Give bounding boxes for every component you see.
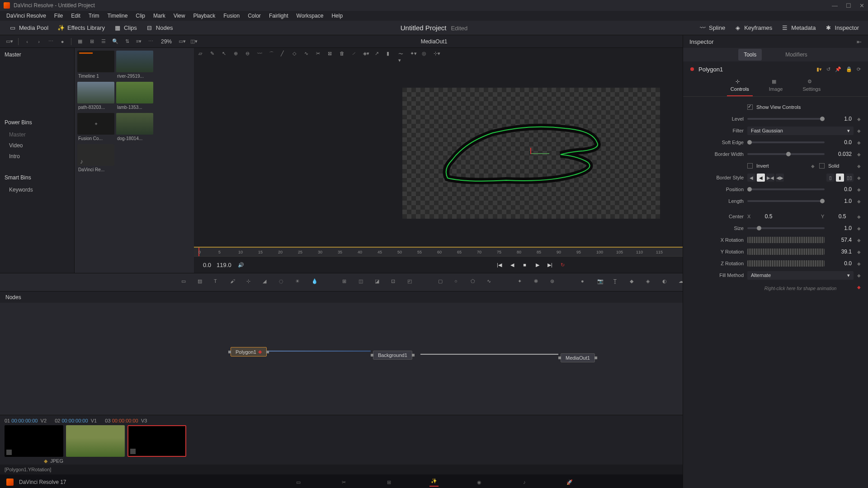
colorcorrect-tool-icon[interactable]: ◢ [263, 278, 271, 286]
start-frame[interactable]: 0.0 [203, 262, 211, 268]
z-rotation-wheel[interactable] [747, 260, 825, 267]
media-item[interactable]: DaVinci Re... [77, 144, 114, 174]
wave-icon[interactable]: 〜▾ [398, 51, 405, 57]
inspector-tab-modifiers[interactable]: Modifiers [780, 49, 813, 61]
tracker-tool-icon[interactable]: ⊹ [246, 278, 255, 286]
menu-item[interactable]: Fairlight [265, 12, 292, 20]
trash-icon[interactable]: 🗑 [340, 51, 346, 57]
border-cap-button[interactable]: ▯▯ [845, 174, 854, 182]
light-tool-icon[interactable]: ◐ [662, 278, 670, 286]
color-page-icon[interactable]: ◉ [475, 478, 484, 487]
nodes-button[interactable]: ⊟Nodes [142, 23, 178, 33]
node-input-port[interactable] [228, 351, 231, 353]
master-bin[interactable]: Master [0, 48, 74, 61]
border-style-button[interactable]: ▶◀ [766, 174, 774, 182]
clip-thumb[interactable] [5, 425, 63, 457]
step-back-icon[interactable]: ◀ [508, 261, 516, 269]
clip-thumb[interactable] [66, 425, 125, 457]
lock-icon[interactable]: 🔒 [846, 66, 852, 72]
guides-icon[interactable]: ⊹▾ [434, 51, 440, 57]
go-end-icon[interactable]: ▶| [546, 261, 554, 269]
play-icon[interactable]: ▶ [533, 261, 542, 269]
y-rotation-value[interactable]: 39.1 [828, 249, 854, 255]
text3d-tool-icon[interactable]: Ṯ [613, 278, 622, 286]
sort-icon[interactable]: ⇅ [123, 38, 131, 46]
refresh-icon[interactable]: ⟳ [857, 66, 861, 72]
node-polygon[interactable]: Polygon1 ◆ [231, 347, 267, 357]
bin-dropdown-icon[interactable]: ▭▾ [5, 38, 14, 46]
minimize-icon[interactable]: — [832, 2, 838, 9]
show-view-controls-checkbox[interactable] [747, 104, 753, 110]
close-icon[interactable]: ✕ [859, 2, 864, 9]
bin-item[interactable]: Intro [0, 151, 74, 162]
keyframe-icon[interactable]: ◆ [857, 140, 862, 145]
blur-tool-icon[interactable]: ◌ [279, 278, 287, 286]
reset-icon[interactable]: ↺ [826, 66, 830, 72]
menu-item[interactable]: Fusion [220, 12, 243, 20]
level-value[interactable]: 1.0 [828, 116, 854, 122]
media-item[interactable]: ✦Fusion Co... [77, 113, 114, 142]
camera3d-tool-icon[interactable]: 📷 [597, 278, 605, 286]
mattecontrol-tool-icon[interactable]: ◪ [375, 278, 383, 286]
fusion-page-icon[interactable]: ✨ [429, 478, 439, 487]
text-tool-icon[interactable]: T [214, 278, 222, 286]
prender-tool-icon[interactable]: ❋ [534, 278, 542, 286]
droplet-tool-icon[interactable]: 💧 [311, 278, 320, 286]
border-cap-button[interactable]: ▮ [836, 174, 844, 182]
media-item[interactable]: river-29519... [116, 51, 153, 80]
pointer-icon[interactable]: ▱ [198, 51, 205, 57]
spline-button[interactable]: 〰Spline [694, 23, 730, 33]
star-icon[interactable]: ✦▾ [410, 51, 416, 57]
crop-tool-icon[interactable]: ◰ [407, 278, 415, 286]
key-icon[interactable]: ◈▾ [363, 51, 369, 57]
nav-fwd-icon[interactable]: › [35, 38, 43, 46]
inspector-tab-tools[interactable]: Tools [738, 49, 762, 61]
level-slider[interactable] [747, 118, 825, 120]
bin-item[interactable]: Keywords [0, 184, 74, 195]
add-point-icon[interactable]: ⊕ [234, 51, 240, 57]
node-input-port[interactable] [558, 357, 561, 359]
keyframes-button[interactable]: ◈Keyframes [730, 23, 777, 33]
fastnoise-tool-icon[interactable]: ▨ [198, 278, 206, 286]
more-icon[interactable]: ⋯ [146, 38, 155, 46]
bin-item[interactable]: Video [0, 140, 74, 151]
keyframe-icon[interactable]: ◆ [857, 249, 862, 254]
del-icon[interactable]: ⊠ [328, 51, 334, 57]
merge-tool-icon[interactable]: ⊞ [342, 278, 350, 286]
menu-item[interactable]: Color [244, 12, 264, 20]
keyframe-icon[interactable]: ◆ [857, 152, 862, 157]
clip-tab[interactable]: 02 00:00:00:00 V1 [55, 418, 97, 423]
arrow-icon[interactable]: ↗ [375, 51, 381, 57]
paint-tool-icon[interactable]: 🖌 [230, 278, 238, 286]
center-x-value[interactable]: 0.5 [757, 213, 780, 220]
border-style-button[interactable]: ◀ [757, 174, 765, 182]
clip-thumb[interactable] [127, 425, 186, 457]
clips-button[interactable]: ▦Clips [109, 23, 142, 33]
menu-item[interactable]: Clip [132, 12, 149, 20]
size-slider[interactable] [747, 227, 825, 229]
background-tool-icon[interactable]: ▭ [181, 278, 189, 286]
pen-icon[interactable]: ✎ [210, 51, 217, 57]
z-rotation-value[interactable]: 0.0 [828, 260, 854, 267]
polygon-shape[interactable] [439, 119, 610, 187]
cube-tool-icon[interactable]: ◈ [646, 278, 654, 286]
thumb-view-icon[interactable]: ▦ [76, 38, 84, 46]
power-bins-header[interactable]: Power Bins [0, 116, 74, 129]
menu-item[interactable]: Workspace [293, 12, 327, 20]
solid-checkbox[interactable] [819, 163, 825, 169]
polygon-tool-icon[interactable]: ⬠ [471, 278, 479, 286]
onion-icon[interactable]: ◎ [422, 51, 428, 57]
effects-library-button[interactable]: ✨Effects Library [53, 23, 109, 33]
position-slider[interactable] [747, 188, 825, 190]
filter-select[interactable]: Fast Gaussian▾ [747, 127, 854, 135]
shape3d-tool-icon[interactable]: ◆ [630, 278, 638, 286]
fit-icon[interactable]: ▭▾ [178, 38, 186, 46]
brightness-tool-icon[interactable]: ☀ [295, 278, 303, 286]
length-slider[interactable] [747, 200, 825, 202]
end-frame[interactable]: 119.0 [217, 262, 231, 268]
inspector-button[interactable]: ✱Inspector [821, 23, 863, 33]
menu-item[interactable]: Help [328, 12, 346, 20]
record-icon[interactable]: ● [58, 38, 66, 46]
media-item[interactable]: dog-18014... [116, 113, 153, 142]
inspector-subtab-controls[interactable]: ⊹Controls [727, 77, 753, 96]
